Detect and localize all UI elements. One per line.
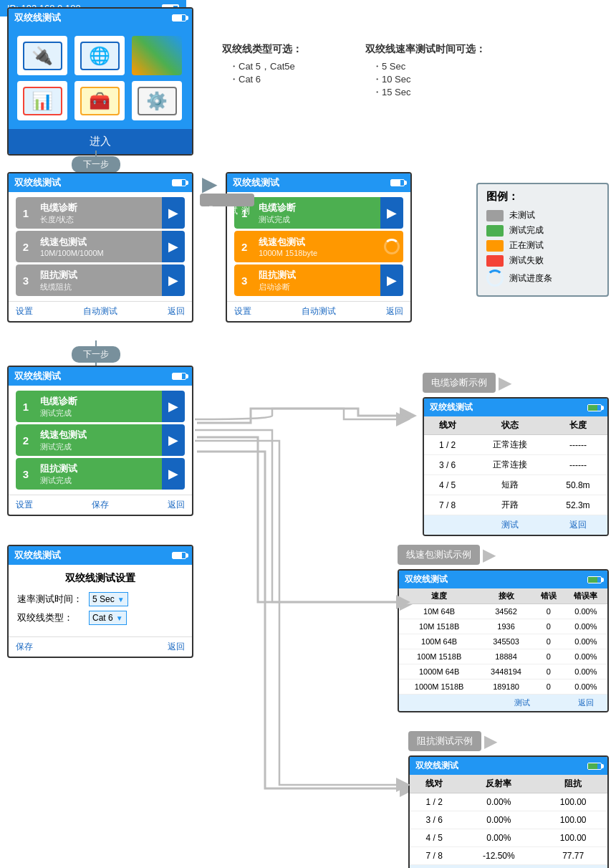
legend-failed: 测试失败 (486, 254, 599, 267)
section2-arrow: ▶ (196, 172, 223, 196)
test-arrow-2[interactable]: ▶ (162, 231, 185, 262)
col-speed: 速度 (399, 588, 479, 604)
save-btn-done[interactable]: 保存 (92, 499, 109, 511)
type-label: 双绞线类型： (17, 611, 89, 624)
settings-footer: 保存 返回 (9, 636, 192, 657)
test-screen-done: 双绞线测试 1 电缆诊断 测试完成 ▶ 2 线速包测试 测试完成 (7, 366, 193, 516)
test-arrow-active-3[interactable]: ▶ (380, 264, 403, 296)
legend-testing: 正在测试 (486, 239, 599, 252)
legend-title: 图例： (486, 190, 599, 204)
auto-test-btn-active[interactable]: 自动测试 (302, 305, 336, 318)
test-items-done: 1 电缆诊断 测试完成 ▶ 2 线速包测试 测试完成 ▶ 3 (9, 386, 192, 495)
back-btn-speed[interactable]: 返回 (564, 695, 607, 712)
impedance-section: 阻抗测试示例 ▶ 双绞线测试 线对 反射率 阻抗 1 / 2 0.00% 100… (408, 731, 609, 868)
impedance-table: 双绞线测试 线对 反射率 阻抗 1 / 2 0.00% 100.00 3 / 6 (408, 755, 609, 868)
speed-label-area: 线速包测试示例 ▶ (398, 545, 609, 565)
test-btn-cable[interactable]: 测试 (471, 515, 549, 535)
type-select-arrow: ▼ (116, 614, 123, 622)
table-row: 7 / 8 开路 52.3m (424, 495, 607, 515)
type-select[interactable]: Cat 6 ▼ (89, 611, 127, 625)
table-row: 4 / 5 短路 50.8m (424, 475, 607, 495)
test-item-3-active: 3 阻抗测试 启动诊断 ▶ (234, 264, 403, 296)
test-footer-active: 设置 自动测试 返回 (227, 301, 410, 321)
battery-done (172, 373, 186, 380)
auto-test-btn-gray[interactable]: 自动测试 (83, 305, 117, 318)
section2: 双绞线测试 1 电缆诊断 长度/状态 ▶ 2 线速包测试 10M/100M/1 (7, 172, 412, 323)
test-arrow-3[interactable]: ▶ (162, 264, 185, 296)
save-settings-btn[interactable]: 保存 (16, 641, 33, 653)
step2-label: 下一步 (72, 346, 120, 363)
cable-diag-table: 双绞线测试 线对 状态 长度 1 / 2 正常连接 ------ 3 / 6 (423, 397, 609, 536)
settings-btn-active[interactable]: 设置 (234, 305, 251, 318)
back-btn-cable[interactable]: 返回 (549, 515, 607, 535)
battery-speed (587, 576, 602, 583)
network-icon-item[interactable] (132, 36, 182, 75)
test-item-2-active: 2 线速包测试 1000M 1518byte (234, 231, 403, 262)
cable-icon-item[interactable]: 🔌 (17, 36, 67, 75)
settings-body: 双绞线测试设置 速率测试时间： 5 Sec ▼ 双绞线类型： Cat 6 ▼ (9, 565, 192, 636)
battery-gray (172, 179, 186, 186)
legend-color-failed (486, 255, 504, 267)
table-row: 1 / 2 0.00% 100.00 (410, 793, 607, 811)
speed-table: 双绞线测试 速度 接收 错误 错误率 10M 64B 34562 0 0.00% (398, 569, 609, 712)
test-item-2-gray: 2 线速包测试 10M/100M/1000M ▶ (16, 231, 185, 262)
test-arrow-done-3[interactable]: ▶ (162, 458, 185, 490)
test-arrow-done-1[interactable]: ▶ (162, 391, 185, 422)
cable-icon: 🔌 (23, 42, 62, 70)
gear-icon-item[interactable]: ⚙️ (132, 81, 182, 120)
battery-cable (587, 404, 602, 411)
speed-test-section: 线速包测试示例 ▶ 双绞线测试 速度 接收 错误 错误率 10M 64B 345… (398, 545, 609, 712)
cable-diag-label-area: 电缆诊断示例 ▶ (423, 373, 609, 393)
time-select[interactable]: 5 Sec ▼ (89, 592, 128, 606)
test-arrow-1[interactable]: ▶ (162, 197, 185, 229)
settings-btn-gray[interactable]: 设置 (16, 305, 33, 318)
test-explain-label: 测试说明 (200, 194, 254, 206)
test-item-1-done: 1 电缆诊断 测试完成 ▶ (16, 391, 185, 422)
legend-box: 图例： 未测试 测试完成 正在测试 测试失败 测试进度条 (476, 183, 609, 297)
test-arrow-done-2[interactable]: ▶ (162, 424, 185, 456)
time-label: 速率测试时间： (17, 593, 89, 606)
back-btn-active[interactable]: 返回 (386, 305, 403, 318)
settings-btn-done[interactable]: 设置 (16, 499, 33, 511)
briefcase-icon-item[interactable]: 🧰 (74, 81, 125, 120)
back-settings-btn[interactable]: 返回 (168, 641, 185, 653)
main-menu-section: 双绞线测试 🔌 🌐 📊 🧰 ⚙️ 进入 (7, 7, 193, 156)
test-btn-imp[interactable]: 测试 (458, 865, 539, 869)
impedance-label-area: 阻抗测试示例 ▶ (408, 731, 609, 751)
legend-color-untested (486, 210, 504, 221)
briefcase-icon: 🧰 (80, 87, 120, 115)
chart-icon: 📊 (23, 87, 62, 115)
progress-spinner-icon (486, 270, 504, 287)
settings-row-time: 速率测试时间： 5 Sec ▼ (17, 592, 183, 606)
test-screen-gray: 双绞线测试 1 电缆诊断 长度/状态 ▶ 2 线速包测试 10M/100M/1 (7, 172, 193, 323)
test-btn-speed[interactable]: 测试 (479, 695, 564, 712)
test-arrow-active-1[interactable]: ▶ (380, 197, 403, 229)
test-screen-active: 双绞线测试 1 电缆诊断 测试完成 ▶ 2 线速包测试 1000M 1518b (226, 172, 412, 323)
settings-body-title: 双绞线测试设置 (17, 572, 183, 585)
table-row: 7 / 8 -12.50% 77.77 (410, 847, 607, 865)
speed-label: 线速包测试示例 (398, 545, 480, 565)
legend-untested: 未测试 (486, 209, 599, 221)
col-errrate: 错误率 (564, 588, 607, 604)
test-item-1-active: 1 电缆诊断 测试完成 ▶ (234, 197, 403, 229)
table-row: 1000M 64B 3448194 0 0.00% (399, 664, 607, 679)
cable-diag-data-table: 线对 状态 长度 1 / 2 正常连接 ------ 3 / 6 正常连接 --… (424, 416, 607, 535)
test-item-1-gray: 1 电缆诊断 长度/状态 ▶ (16, 197, 185, 229)
test-items-gray: 1 电缆诊断 长度/状态 ▶ 2 线速包测试 10M/100M/1000M ▶ (9, 192, 192, 301)
back-btn-done[interactable]: 返回 (168, 499, 185, 511)
col-impedance: 阻抗 (539, 775, 607, 793)
back-btn-imp[interactable]: 返回 (539, 865, 607, 869)
time-value: 5 Sec (92, 594, 115, 604)
table-row: 1000M 1518B 189180 0 0.00% (399, 679, 607, 695)
back-btn-gray[interactable]: 返回 (168, 305, 185, 318)
chart-icon-item[interactable]: 📊 (17, 81, 67, 120)
legend-color-testing (486, 240, 504, 252)
battery-settings (172, 552, 186, 559)
step1-label: 下一步 (72, 156, 120, 173)
table-row: 100M 1518B 18884 0 0.00% (399, 649, 607, 664)
legend-progress: 测试进度条 (486, 270, 599, 287)
col-reflect: 反射率 (458, 775, 539, 793)
gear-icon: ⚙️ (138, 87, 177, 115)
table-row: 10M 64B 34562 0 0.00% (399, 604, 607, 619)
globe-icon-item[interactable]: 🌐 (74, 36, 125, 75)
